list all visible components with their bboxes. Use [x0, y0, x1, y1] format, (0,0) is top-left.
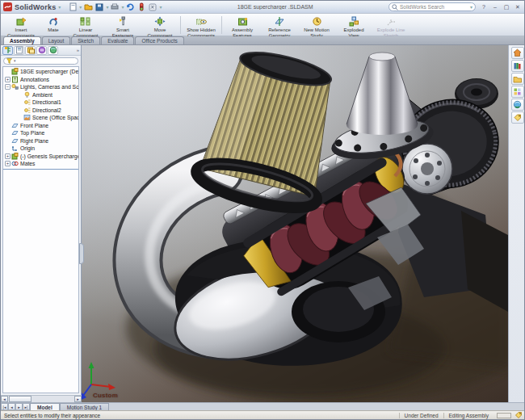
- graphics-viewport[interactable]: Custom: [82, 45, 508, 402]
- status-indicator-box: [497, 413, 511, 418]
- minimize-button[interactable]: –: [491, 3, 499, 11]
- new-motion-study-button[interactable]: New Motion Study: [298, 15, 335, 36]
- rebuild-button[interactable]: [136, 2, 146, 12]
- lights-folder-icon: [11, 83, 19, 90]
- status-bar: Select entities to modify their appearan…: [1, 410, 525, 419]
- tree-item-front-plane[interactable]: Front Plane: [3, 122, 78, 130]
- menu-caret-icon[interactable]: ▾: [58, 4, 61, 10]
- tab-first-button[interactable]: |◂: [1, 403, 8, 410]
- linear-component-pattern-button[interactable]: Linear Component ▾: [67, 15, 104, 36]
- scroll-left-button[interactable]: ◂: [1, 396, 8, 402]
- dropdown-caret-icon: ▾: [159, 4, 162, 10]
- tab-assembly[interactable]: Assembly: [3, 36, 41, 44]
- document-tabs-row: |◂ ◂ ▸ ▸| Model Motion Study 1: [1, 402, 525, 410]
- options-button[interactable]: [148, 2, 158, 12]
- dropdown-caret-icon: ▾: [79, 4, 82, 10]
- tree-item-ambient[interactable]: Ambient: [3, 91, 78, 99]
- mate-button[interactable]: Mate: [40, 15, 67, 36]
- reference-geometry-button[interactable]: Reference Geometry ▾: [261, 15, 298, 36]
- panel-tab-strip: »: [1, 45, 81, 56]
- plane-icon: [11, 137, 19, 145]
- close-button[interactable]: ✕: [514, 3, 522, 11]
- configuration-manager-tab[interactable]: [25, 46, 36, 55]
- smart-fasteners-icon: [118, 16, 128, 27]
- expand-toggle[interactable]: +: [5, 77, 10, 82]
- solidworks-logo-icon: [3, 2, 12, 11]
- tree-item-scene-office-space[interactable]: Scene (Office Space): [3, 114, 78, 122]
- plane-icon: [11, 122, 19, 129]
- tree-item-directional1[interactable]: Directional1: [3, 99, 78, 107]
- restore-button[interactable]: ▢: [502, 3, 510, 11]
- tree-item-annotations[interactable]: + Annotations: [3, 76, 78, 84]
- viewport-3d-canvas[interactable]: [82, 45, 508, 402]
- panel-splitter-handle[interactable]: [79, 243, 84, 264]
- explode-line-sketch-icon: [386, 16, 397, 27]
- light-bulb-icon: [23, 91, 31, 99]
- show-hidden-components-icon: [195, 16, 207, 27]
- view-palette-button[interactable]: [511, 86, 524, 98]
- dimxpert-manager-tab[interactable]: [36, 46, 47, 55]
- tab-sketch[interactable]: Sketch: [71, 36, 100, 44]
- pulley-hub: [402, 144, 452, 194]
- tab-next-button[interactable]: ▸: [15, 403, 23, 410]
- tree-item-genesis-supercharger[interactable]: + (-) Genesis Supercharger Final: [3, 153, 78, 161]
- smart-fasteners-button[interactable]: Smart Fasteners: [104, 15, 141, 36]
- tree-item-right-plane[interactable]: Right Plane: [3, 137, 78, 145]
- tab-prev-button[interactable]: ◂: [8, 403, 15, 410]
- show-hidden-components-button[interactable]: Show Hidden Components: [183, 15, 220, 36]
- command-manager: Insert Components ▾ Mate Linear Componen…: [1, 14, 525, 36]
- tab-last-button[interactable]: ▸|: [23, 403, 30, 410]
- appearances-scenes-button[interactable]: [511, 99, 524, 111]
- feature-manager-tree-tab[interactable]: [2, 46, 13, 55]
- search-options-caret-icon[interactable]: ▾: [470, 4, 472, 10]
- solidworks-search-input[interactable]: SolidWorks Search ▾: [388, 2, 476, 11]
- property-manager-tab[interactable]: [14, 46, 24, 55]
- motion-study-tab[interactable]: Motion Study 1: [60, 403, 109, 410]
- tree-filter-input[interactable]: ▾: [3, 57, 78, 65]
- feature-tree: 18GE supercharger (Default<Displa + Anno…: [2, 66, 79, 393]
- expand-toggle[interactable]: +: [5, 161, 10, 166]
- exploded-view-button[interactable]: Exploded View: [335, 15, 372, 36]
- open-button[interactable]: [83, 2, 93, 12]
- print-button[interactable]: [110, 2, 120, 12]
- new-motion-study-icon: [312, 16, 322, 27]
- explode-line-sketch-button: Explode Line Sketch: [372, 15, 410, 36]
- tab-office-products[interactable]: Office Products: [135, 36, 183, 44]
- help-button[interactable]: ?: [480, 3, 488, 11]
- tree-item-origin[interactable]: Origin: [3, 145, 78, 153]
- insert-components-button[interactable]: Insert Components ▾: [2, 15, 40, 36]
- expand-toggle[interactable]: +: [5, 153, 10, 159]
- feature-manager-panel: » ▾ 18GE supercharger (Default<Displa + …: [1, 45, 82, 395]
- tree-item-root-assembly[interactable]: 18GE supercharger (Default<Displa: [3, 68, 78, 76]
- file-explorer-button[interactable]: [511, 73, 524, 85]
- design-library-button[interactable]: [511, 60, 524, 72]
- model-tab[interactable]: Model: [30, 403, 60, 410]
- undo-button[interactable]: [125, 2, 135, 12]
- mate-icon: [48, 16, 59, 27]
- tree-item-directional2[interactable]: Directional2: [3, 107, 78, 115]
- collapse-toggle[interactable]: −: [5, 84, 10, 90]
- assembly-icon: [11, 68, 19, 75]
- save-button[interactable]: [94, 2, 104, 12]
- custom-properties-button[interactable]: [511, 111, 524, 124]
- document-title: 18GE supercharger .SLDASM: [164, 4, 386, 10]
- ribbon-tab-row: Assembly Layout Sketch Evaluate Office P…: [1, 36, 525, 45]
- new-document-button[interactable]: [68, 2, 78, 12]
- tree-item-lights-cameras-scene[interactable]: − Lights, Cameras and Scene: [3, 83, 78, 91]
- panel-overflow-chevron[interactable]: »: [77, 48, 79, 52]
- solidworks-resources-button[interactable]: [511, 47, 524, 59]
- filter-funnel-icon: [6, 58, 12, 64]
- move-component-button[interactable]: Move Component ▾: [141, 15, 178, 36]
- assembly-features-button[interactable]: Assembly Features ▾: [224, 15, 261, 36]
- tree-item-top-plane[interactable]: Top Plane: [3, 129, 78, 137]
- tab-layout[interactable]: Layout: [42, 36, 71, 44]
- display-manager-tab[interactable]: [48, 46, 58, 55]
- origin-icon: [11, 145, 19, 152]
- tab-evaluate[interactable]: Evaluate: [101, 36, 134, 44]
- quick-tips-icon[interactable]: [514, 411, 523, 420]
- scroll-right-button[interactable]: ▸: [74, 396, 82, 402]
- quick-access-toolbar: ▾ ▾ ▾ ▾: [68, 2, 162, 12]
- scrollbar-thumb[interactable]: [9, 396, 32, 402]
- search-placeholder: SolidWorks Search: [400, 4, 444, 10]
- tree-item-mates[interactable]: + Mates: [3, 160, 78, 168]
